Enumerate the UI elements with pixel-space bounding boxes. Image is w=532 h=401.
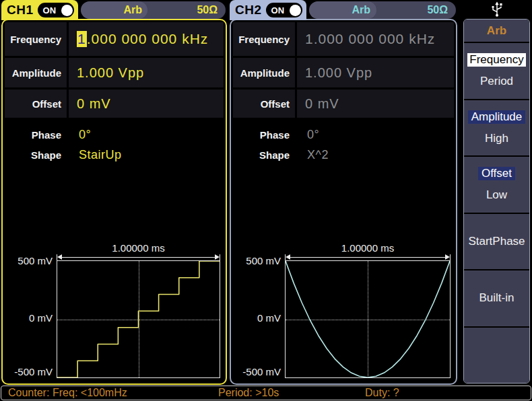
channel1-name: CH1 bbox=[7, 3, 34, 17]
ch1-waveform-plot: 1.00000 ms 500 mV 0 mV -500 mV bbox=[5, 242, 220, 378]
high-option[interactable]: High bbox=[485, 132, 508, 145]
ch1-phase-row: Phase 0° bbox=[5, 124, 224, 145]
ch1-ytick-mid: 0 mV bbox=[5, 312, 53, 324]
softkey-menu: Arb Frequency Period Amplitude High Offs… bbox=[463, 0, 531, 385]
channel1-mode-label: Arb bbox=[124, 4, 143, 16]
dimension-arrow bbox=[285, 254, 451, 260]
channel2-impedance-label: 50Ω bbox=[427, 4, 448, 16]
ch2-ytick-mid: 0 mV bbox=[234, 312, 281, 324]
ch1-amplitude-label: Amplitude bbox=[5, 58, 67, 87]
channel2-name: CH2 bbox=[235, 3, 262, 17]
counter-label: Counter: bbox=[8, 387, 49, 399]
startphase-option[interactable]: StartPhase bbox=[468, 235, 525, 248]
channel1-tab[interactable]: CH1 ON bbox=[1, 0, 78, 20]
channel1-on-label: ON bbox=[43, 5, 57, 15]
usb-status-area bbox=[463, 0, 531, 19]
channel1-panel: CH1 ON Arb 50Ω Frequency 1.000 000 000 k… bbox=[1, 0, 227, 385]
ch1-shape-value[interactable]: StairUp bbox=[67, 148, 122, 162]
ch1-stairup-trace bbox=[57, 261, 220, 377]
channel1-on-toggle[interactable]: ON bbox=[38, 3, 74, 17]
ch2-ytick-bottom: -500 mV bbox=[234, 366, 281, 377]
offset-option-selected[interactable]: Offset bbox=[478, 167, 515, 180]
arrow-end-tick bbox=[220, 254, 220, 260]
ch2-phase-row: Phase 0° bbox=[233, 124, 454, 145]
period-option[interactable]: Period bbox=[480, 75, 513, 88]
ch1-plot-area bbox=[57, 260, 220, 378]
ch1-ytick-bottom: -500 mV bbox=[5, 366, 53, 377]
arrow-right-icon bbox=[445, 254, 450, 260]
ch1-frequency-label: Frequency bbox=[5, 22, 67, 56]
ch1-frequency-value[interactable]: 1.000 000 000 kHz bbox=[69, 22, 224, 56]
ch2-shape-value[interactable]: X^2 bbox=[295, 148, 329, 162]
ch2-frequency-value[interactable]: 1.000 000 000 kHz bbox=[297, 22, 454, 56]
softkey-empty[interactable] bbox=[464, 328, 529, 384]
ch1-period-annotation: 1.00000 ms bbox=[57, 242, 220, 254]
ch2-amplitude-row: Amplitude 1.000 Vpp bbox=[233, 58, 454, 87]
channel1-mode-bar: Arb 50Ω bbox=[81, 1, 226, 19]
toggle-knob bbox=[61, 5, 73, 16]
arrow-left-icon bbox=[57, 254, 62, 260]
ch2-phase-shape-block: Phase 0° Shape X^2 bbox=[233, 124, 454, 165]
ch2-offset-value[interactable]: 0 mV bbox=[297, 89, 454, 118]
ch1-phase-label: Phase bbox=[5, 129, 67, 141]
softkey-frequency-period[interactable]: Frequency Period bbox=[464, 43, 529, 99]
ch1-frequency-row: Frequency 1.000 000 000 kHz bbox=[5, 22, 224, 56]
ch1-offset-row: Offset 0 mV bbox=[5, 89, 224, 118]
softkey-panel: Arb Frequency Period Amplitude High Offs… bbox=[463, 19, 530, 384]
channel1-impedance-label: 50Ω bbox=[197, 4, 218, 16]
channel2-mode-bar: Arb 50Ω bbox=[309, 1, 456, 19]
channel2-mode-label: Arb bbox=[352, 4, 371, 16]
low-option[interactable]: Low bbox=[486, 188, 507, 202]
ch2-offset-label: Offset bbox=[233, 89, 295, 118]
arrow-left-icon bbox=[286, 254, 290, 260]
frequency-option-selected[interactable]: Frequency bbox=[467, 53, 525, 67]
ch1-frequency-rest: .000 000 000 kHz bbox=[87, 31, 209, 47]
channel2-body: Frequency 1.000 000 000 kHz Amplitude 1.… bbox=[230, 19, 457, 385]
arrow-line bbox=[290, 257, 445, 258]
counter-status-bar: Counter: Freq: <100mHz Period: >10s Duty… bbox=[1, 386, 531, 400]
usb-icon bbox=[490, 1, 504, 18]
channel1-header: CH1 ON Arb 50Ω bbox=[1, 0, 227, 20]
channel2-on-toggle[interactable]: ON bbox=[266, 3, 302, 17]
ch1-offset-label: Offset bbox=[5, 89, 67, 118]
ch1-offset-value[interactable]: 0 mV bbox=[69, 89, 224, 118]
softkey-amplitude-high[interactable]: Amplitude High bbox=[464, 100, 529, 156]
ch2-frequency-row: Frequency 1.000 000 000 kHz bbox=[233, 22, 454, 56]
edit-cursor-digit: 1 bbox=[77, 31, 87, 47]
channel2-panel: CH2 ON Arb 50Ω Frequency 1.000 000 000 k… bbox=[230, 0, 457, 385]
dimension-arrow bbox=[57, 254, 220, 260]
counter-frequency: Freq: <100mHz bbox=[53, 387, 127, 399]
ch2-amplitude-label: Amplitude bbox=[233, 58, 295, 87]
ch2-phase-value[interactable]: 0° bbox=[295, 128, 319, 142]
ch2-frequency-label: Frequency bbox=[233, 22, 295, 56]
ch2-shape-row: Shape X^2 bbox=[233, 145, 454, 165]
channel1-body: Frequency 1.000 000 000 kHz Amplitude 1.… bbox=[1, 19, 227, 385]
ch2-amplitude-value[interactable]: 1.000 Vpp bbox=[297, 58, 454, 87]
ch2-phase-label: Phase bbox=[233, 129, 295, 141]
ch1-phase-shape-block: Phase 0° Shape StairUp bbox=[5, 124, 224, 165]
channel2-tab[interactable]: CH2 ON bbox=[230, 0, 306, 20]
softkey-builtin[interactable]: Built-in bbox=[464, 270, 529, 326]
ch2-plot-area bbox=[285, 260, 451, 378]
amplitude-option-selected[interactable]: Amplitude bbox=[468, 110, 526, 124]
softkey-offset-low[interactable]: Offset Low bbox=[464, 157, 529, 213]
channel2-header: CH2 ON Arb 50Ω bbox=[230, 0, 457, 20]
toggle-knob bbox=[290, 5, 301, 16]
arrow-line bbox=[62, 257, 215, 258]
ch2-xsquared-trace bbox=[286, 261, 450, 377]
ch1-shape-row: Shape StairUp bbox=[5, 145, 224, 165]
counter-period: Period: >10s bbox=[218, 387, 279, 399]
builtin-option[interactable]: Built-in bbox=[479, 291, 514, 305]
arrow-end-tick bbox=[450, 254, 451, 260]
menu-title: Arb bbox=[464, 20, 529, 42]
ch1-amplitude-row: Amplitude 1.000 Vpp bbox=[5, 58, 224, 87]
arrow-right-icon bbox=[215, 254, 220, 260]
ch2-offset-row: Offset 0 mV bbox=[233, 89, 454, 118]
softkey-startphase[interactable]: StartPhase bbox=[464, 214, 529, 270]
channel2-on-label: ON bbox=[271, 5, 285, 15]
ch1-phase-value[interactable]: 0° bbox=[67, 128, 91, 142]
ch1-shape-label: Shape bbox=[5, 149, 67, 161]
ch2-ytick-top: 500 mV bbox=[234, 255, 281, 266]
ch1-amplitude-value[interactable]: 1.000 Vpp bbox=[69, 58, 224, 87]
ch1-ytick-top: 500 mV bbox=[5, 255, 53, 266]
